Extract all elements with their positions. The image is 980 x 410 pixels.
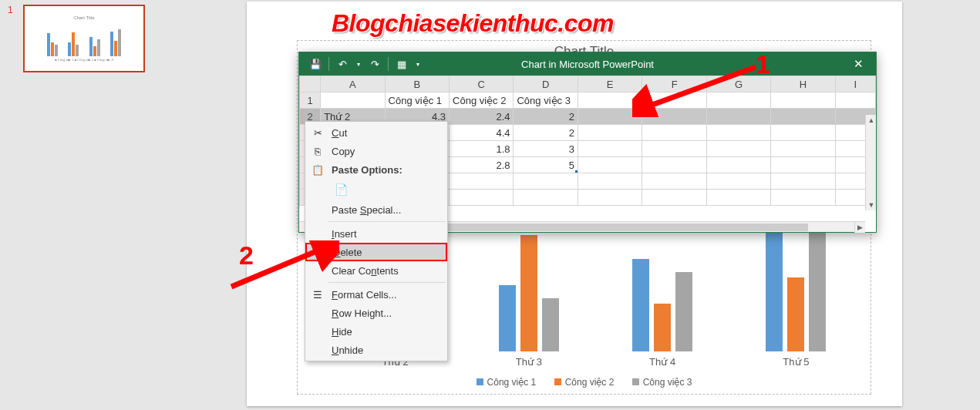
edit-data-icon[interactable]: ▦ [392, 54, 412, 74]
cell-d5[interactable]: 5 [514, 157, 578, 173]
cell-b1[interactable]: Công việc 1 [385, 92, 449, 109]
cut-icon: ✂ [312, 126, 324, 139]
menu-copy[interactable]: ⎘ Copy [305, 142, 447, 160]
menu-paste-special[interactable]: Paste Special... [305, 200, 447, 219]
menu-insert[interactable]: Insert [305, 224, 447, 243]
annotation-number-2: 2 [239, 240, 254, 271]
slide-number: 1 [8, 5, 13, 15]
annotation-number-1: 1 [756, 49, 770, 79]
menu-hide[interactable]: Hide [305, 322, 447, 341]
col-header-a[interactable]: A [321, 76, 385, 92]
cell-a1[interactable] [321, 92, 385, 109]
cell-d2[interactable]: 2 [514, 109, 578, 125]
scroll-right-icon[interactable]: ▶ [854, 222, 865, 233]
paste-icon: 📋 [312, 163, 324, 176]
thumbnail-chart-preview: Chart Title ■ Công việc 1 ■ Công việc 2 … [42, 15, 126, 62]
cell-c1[interactable]: Công việc 2 [450, 92, 514, 109]
menu-delete[interactable]: Delete [305, 243, 447, 261]
scroll-down-icon[interactable]: ▼ [866, 200, 876, 210]
slide-edit-area: Chart Title Thứ 2 Thứ 3 Thứ 4 Thứ 5 Công… [154, 0, 980, 410]
cell-c2[interactable]: 2.4 [450, 109, 514, 125]
cell-d3[interactable]: 2 [514, 125, 578, 141]
col-header-h[interactable]: H [771, 76, 835, 92]
copy-icon: ⎘ [312, 145, 324, 157]
chart-legend: Công việc 1 Công việc 2 Công việc 3 [298, 377, 871, 388]
cell-c5[interactable]: 2.8 [450, 157, 514, 173]
paste-option-default[interactable]: 📄 [332, 180, 350, 199]
col-header-c[interactable]: C [450, 76, 514, 92]
menu-clear-contents[interactable]: Clear Contents [305, 261, 447, 280]
select-all-cell[interactable] [300, 76, 321, 92]
menu-paste-options-row: 📄 [305, 179, 447, 200]
menu-separator [328, 221, 446, 222]
row-header-1[interactable]: 1 [300, 92, 321, 109]
slide-thumbnail-panel: 1 Chart Title ■ Công việc 1 ■ Công việc … [0, 0, 154, 410]
col-header-i[interactable]: I [835, 76, 875, 92]
undo-icon[interactable]: ↶ [332, 54, 352, 74]
undo-dropdown-icon[interactable]: ▾ [354, 54, 363, 74]
slide-thumbnail-1[interactable]: Chart Title ■ Công việc 1 ■ Công việc 2 … [23, 5, 145, 72]
cell-d1[interactable]: Công việc 3 [514, 92, 578, 109]
watermark-text: Blogchiasekienthuc.com [332, 9, 614, 38]
redo-icon[interactable]: ↷ [365, 54, 385, 74]
cell-c4[interactable]: 1.8 [450, 141, 514, 157]
menu-separator [328, 282, 446, 283]
col-header-f[interactable]: F [642, 76, 706, 92]
save-icon[interactable]: 💾 [305, 54, 325, 74]
col-header-e[interactable]: E [578, 76, 642, 92]
col-header-d[interactable]: D [514, 76, 578, 92]
cell-c3[interactable]: 4.4 [450, 125, 514, 141]
col-header-b[interactable]: B [385, 76, 449, 92]
format-cells-icon: ☰ [312, 288, 324, 301]
menu-paste-options-label: 📋 Paste Options: [305, 160, 447, 179]
slide-canvas[interactable]: Chart Title Thứ 2 Thứ 3 Thứ 4 Thứ 5 Công… [247, 2, 902, 406]
scrollbar-thumb[interactable] [399, 223, 808, 231]
menu-cut[interactable]: ✂ Cut [305, 123, 447, 142]
menu-format-cells[interactable]: ☰ Format Cells... [305, 285, 447, 304]
qa-customize-icon[interactable]: ▾ [413, 54, 423, 74]
scroll-up-icon[interactable]: ▲ [866, 115, 876, 126]
cell-d4[interactable]: 3 [514, 141, 578, 157]
context-menu: ✂ Cut ⎘ Copy 📋 Paste Options: 📄 Paste Sp… [305, 121, 448, 361]
menu-row-height[interactable]: Row Height... [305, 304, 447, 322]
close-button[interactable]: ✕ [840, 52, 876, 76]
close-icon: ✕ [854, 57, 864, 71]
vertical-scrollbar[interactable]: ▲ ▼ [865, 115, 876, 210]
excel-titlebar[interactable]: 💾 ↶ ▾ ↷ ▦ ▾ Chart in Microsoft PowerPoin… [299, 52, 876, 76]
menu-unhide[interactable]: Unhide [305, 341, 447, 359]
